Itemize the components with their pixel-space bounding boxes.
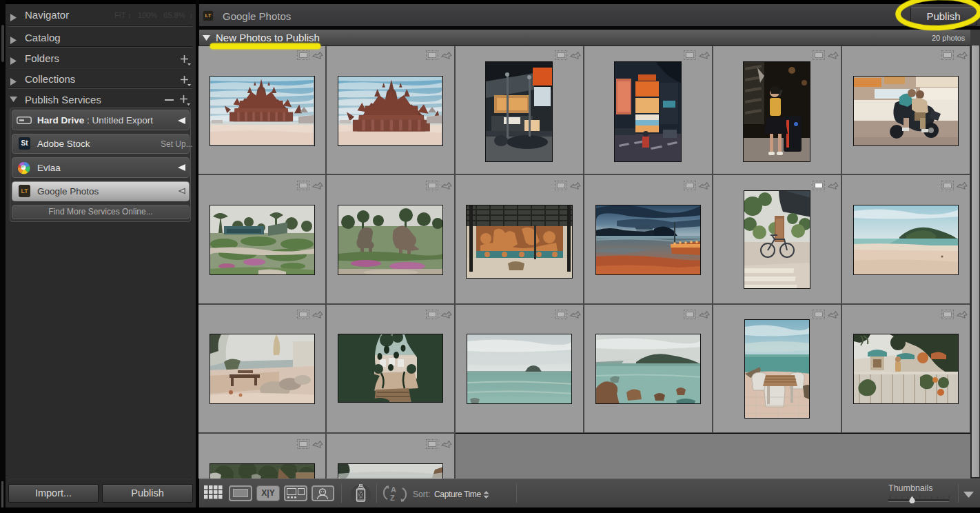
svg-text:A: A bbox=[391, 485, 396, 494]
svg-text:Z: Z bbox=[390, 494, 395, 502]
